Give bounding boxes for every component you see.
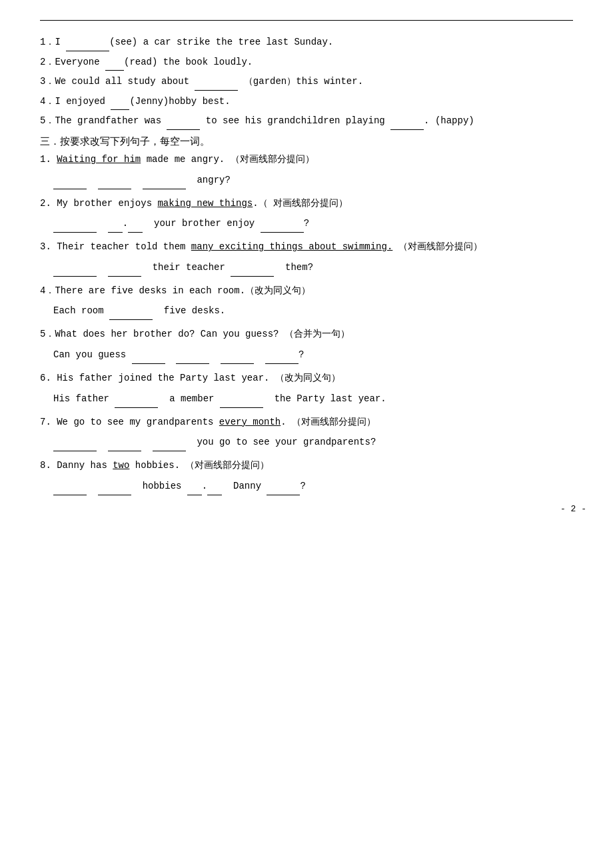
rewrite-7-answer: you go to see your grandparents? <box>53 432 573 451</box>
rewrite-item-3: 3. Their teacher told them many exciting… <box>40 238 573 277</box>
rewrite-7-question: 7. We go to see my grandparents every mo… <box>40 413 573 431</box>
item-5-end: . (happy) <box>424 115 474 126</box>
top-divider <box>40 20 573 21</box>
underlined-1: Waiting for him <box>57 154 141 165</box>
rewrite-3-question: 3. Their teacher told them many exciting… <box>40 238 573 256</box>
rewrite-1-answer: angry? <box>53 170 573 189</box>
rewrite-2-answer: . your brother enjoy ? <box>53 213 573 233</box>
rewrite-5-answer: Can you guess ? <box>53 345 573 364</box>
item-2: 2．Everyone (read) the book loudly. <box>40 53 573 71</box>
page-number: - 2 - <box>560 504 586 514</box>
rewrite-item-8: 8. Danny has two hobbies. （对画线部分提问） hobb… <box>40 457 573 495</box>
blank-2 <box>105 53 124 71</box>
rewrite-4-answer: Each room five desks. <box>53 301 573 320</box>
rewrite-item-2: 2. My brother enjoys making new things.（… <box>40 195 573 233</box>
page-container: 1．I (see) a car strike the tree last Sun… <box>0 0 613 527</box>
item-3-text: （garden）this winter. <box>238 76 363 87</box>
item-1: 1．I (see) a car strike the tree last Sun… <box>40 33 573 51</box>
rewrite-6-question: 6. His father joined the Party last year… <box>40 369 573 387</box>
item-2-num: 2．Everyone <box>40 57 105 67</box>
item-4: 4．I enjoyed (Jenny)hobby best. <box>40 92 573 111</box>
section-2-header: 三．按要求改写下列句子，每空一词。 <box>40 135 573 148</box>
item-5: 5．The grandfather was to see his grandch… <box>40 111 573 130</box>
rewrite-item-6: 6. His father joined the Party last year… <box>40 369 573 408</box>
section-2-title: 三．按要求改写下列句子，每空一词。 <box>40 137 210 147</box>
blank-5a <box>167 111 200 130</box>
blank-3 <box>195 72 238 91</box>
rewrite-item-1: 1. Waiting for him made me angry. （对画线部分… <box>40 151 573 189</box>
rewrite-5-question: 5．What does her brother do? Can you gues… <box>40 325 573 343</box>
blank-5b <box>390 111 424 130</box>
rewrite-1-question: 1. Waiting for him made me angry. （对画线部分… <box>40 151 573 169</box>
item-5-num: 5．The grandfather was <box>40 115 167 126</box>
blank-1 <box>66 33 109 51</box>
item-1-text: (see) a car strike the tree last Sunday. <box>109 37 333 47</box>
item-2-text: (read) the book loudly. <box>124 57 253 67</box>
item-5-mid: to see his grandchildren playing <box>200 115 390 126</box>
item-1-num: 1．I <box>40 37 66 47</box>
rewrite-item-7: 7. We go to see my grandparents every mo… <box>40 413 573 452</box>
rewrite-item-4: 4．There are five desks in each room.（改为同… <box>40 282 573 321</box>
section-fill-blanks: 1．I (see) a car strike the tree last Sun… <box>40 33 573 130</box>
underlined-8: two <box>113 460 129 471</box>
rewrite-2-question: 2. My brother enjoys making new things.（… <box>40 195 573 213</box>
rewrite-6-answer: His father a member the Party last year. <box>53 389 573 408</box>
item-4-num: 4．I enjoyed <box>40 96 111 107</box>
section-rewrite: 1. Waiting for him made me angry. （对画线部分… <box>40 151 573 495</box>
rewrite-4-question: 4．There are five desks in each room.（改为同… <box>40 282 573 300</box>
item-3: 3．We could all study about （garden）this … <box>40 72 573 91</box>
rewrite-8-question: 8. Danny has two hobbies. （对画线部分提问） <box>40 457 573 475</box>
rewrite-3-answer: their teacher them? <box>53 257 573 277</box>
item-4-text: (Jenny)hobby best. <box>129 96 230 107</box>
underlined-2: making new things <box>157 198 253 209</box>
rewrite-item-5: 5．What does her brother do? Can you gues… <box>40 325 573 364</box>
underlined-3: many exciting things about swimming. <box>191 241 392 252</box>
blank-4 <box>111 92 129 111</box>
underlined-7: every month <box>219 417 281 427</box>
rewrite-8-answer: hobbies . Danny ? <box>53 476 573 495</box>
item-3-num: 3．We could all study about <box>40 76 195 87</box>
